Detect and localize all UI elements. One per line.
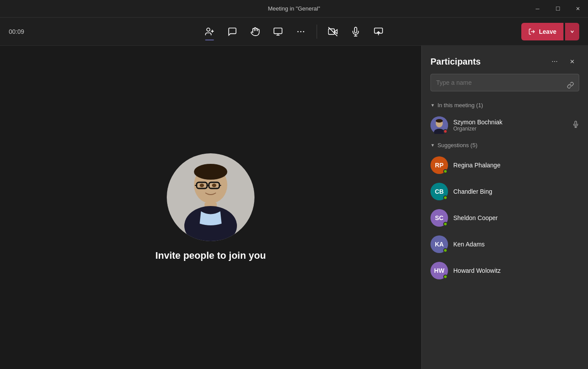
- toolbar-center-buttons: [199, 21, 389, 42]
- participant-role: Organizer: [453, 126, 567, 132]
- participants-panel: Participants: [421, 46, 588, 369]
- svg-point-20: [212, 184, 216, 187]
- avatar-initials: RP: [435, 162, 443, 169]
- svg-point-19: [200, 184, 204, 187]
- list-item[interactable]: SC Sheldon Cooper: [422, 205, 588, 231]
- meeting-toolbar: 00:09: [0, 18, 588, 46]
- svg-point-3: [300, 31, 301, 32]
- avatar: HW: [430, 262, 448, 279]
- panel-close-button[interactable]: [565, 54, 579, 69]
- more-options-button[interactable]: [290, 21, 312, 42]
- svg-point-25: [556, 61, 557, 62]
- status-dot: [443, 195, 448, 200]
- svg-point-2: [298, 31, 299, 32]
- window-controls: ─ ☐ ✕: [527, 0, 588, 18]
- chat-button[interactable]: [222, 21, 243, 42]
- suggestions-section-header[interactable]: ▼ Suggestions (5): [422, 138, 588, 152]
- participant-info: Howard Wolowitz: [453, 267, 579, 274]
- svg-point-0: [207, 28, 210, 31]
- svg-point-30: [436, 119, 443, 123]
- list-item[interactable]: CB Chandler Bing: [422, 178, 588, 205]
- share-screen-button[interactable]: [268, 21, 289, 42]
- avatar: RP: [430, 156, 448, 174]
- participant-info: Ken Adams: [453, 241, 579, 248]
- avatar: KA: [430, 235, 448, 253]
- svg-point-24: [554, 61, 555, 62]
- microphone-button[interactable]: [345, 21, 366, 42]
- status-dot: [443, 129, 448, 134]
- in-meeting-chevron-icon: ▼: [430, 103, 435, 108]
- participants-button[interactable]: [199, 21, 220, 42]
- participant-name: Regina Phalange: [453, 162, 579, 169]
- share-tray-button[interactable]: [368, 21, 389, 42]
- close-button[interactable]: ✕: [568, 0, 588, 18]
- avatar: [430, 116, 448, 134]
- avatar-initials: KA: [435, 241, 444, 248]
- copy-link-icon[interactable]: [567, 82, 574, 90]
- panel-header-actions: [548, 54, 579, 69]
- avatar: SC: [430, 209, 448, 227]
- avatar-initials: HW: [434, 267, 444, 274]
- main-content: Invite people to join you Participants: [0, 46, 588, 369]
- video-area: Invite people to join you: [0, 46, 421, 369]
- raise-hand-button[interactable]: [245, 21, 266, 42]
- participant-info: Szymon Bochniak Organizer: [453, 119, 567, 132]
- participant-info: Sheldon Cooper: [453, 214, 579, 221]
- camera-button[interactable]: [323, 21, 344, 42]
- leave-button[interactable]: Leave: [521, 23, 563, 40]
- participant-item[interactable]: Szymon Bochniak Organizer: [422, 112, 588, 138]
- presenter-avatar: [167, 153, 255, 241]
- status-dot: [443, 248, 448, 253]
- mic-icon: [572, 121, 579, 130]
- window-title: Meeting in "General": [268, 5, 320, 12]
- toolbar-separator: [317, 25, 317, 39]
- status-dot: [443, 275, 448, 279]
- search-container: [422, 74, 588, 98]
- svg-point-23: [552, 61, 553, 62]
- avatar: CB: [430, 183, 448, 200]
- participant-name: Chandler Bing: [453, 188, 579, 195]
- search-input[interactable]: [430, 74, 579, 91]
- avatar-initials: SC: [435, 214, 443, 221]
- participant-name: Sheldon Cooper: [453, 214, 579, 221]
- restore-button[interactable]: ☐: [548, 0, 568, 18]
- status-dot: [443, 222, 448, 226]
- meeting-timer: 00:09: [9, 28, 35, 35]
- participant-name: Szymon Bochniak: [453, 119, 567, 126]
- avatar-initials: CB: [435, 188, 444, 195]
- participant-info: Chandler Bing: [453, 188, 579, 195]
- participant-info: Regina Phalange: [453, 162, 579, 169]
- panel-header: Participants: [422, 46, 588, 74]
- invite-text: Invite people to join you: [155, 250, 266, 261]
- titlebar: Meeting in "General" ─ ☐ ✕: [0, 0, 588, 18]
- status-dot: [443, 169, 448, 174]
- leave-chevron-button[interactable]: [565, 23, 579, 40]
- svg-point-13: [194, 164, 227, 180]
- toolbar-right: Leave: [521, 23, 579, 40]
- list-item[interactable]: RP Regina Phalange: [422, 152, 588, 178]
- panel-more-button[interactable]: [548, 54, 562, 69]
- suggestions-chevron-icon: ▼: [430, 143, 435, 148]
- svg-rect-5: [328, 29, 334, 34]
- list-item[interactable]: HW Howard Wolowitz: [422, 257, 588, 284]
- participant-name: Howard Wolowitz: [453, 267, 579, 274]
- svg-rect-1: [274, 28, 282, 33]
- in-meeting-label: In this meeting (1): [437, 102, 483, 109]
- in-meeting-section-header[interactable]: ▼ In this meeting (1): [422, 98, 588, 112]
- panel-title: Participants: [430, 57, 480, 67]
- leave-label: Leave: [539, 28, 556, 35]
- participant-name: Ken Adams: [453, 241, 579, 248]
- minimize-button[interactable]: ─: [527, 0, 548, 18]
- list-item[interactable]: KA Ken Adams: [422, 231, 588, 257]
- suggestions-label: Suggestions (5): [437, 142, 477, 148]
- svg-point-4: [303, 31, 305, 32]
